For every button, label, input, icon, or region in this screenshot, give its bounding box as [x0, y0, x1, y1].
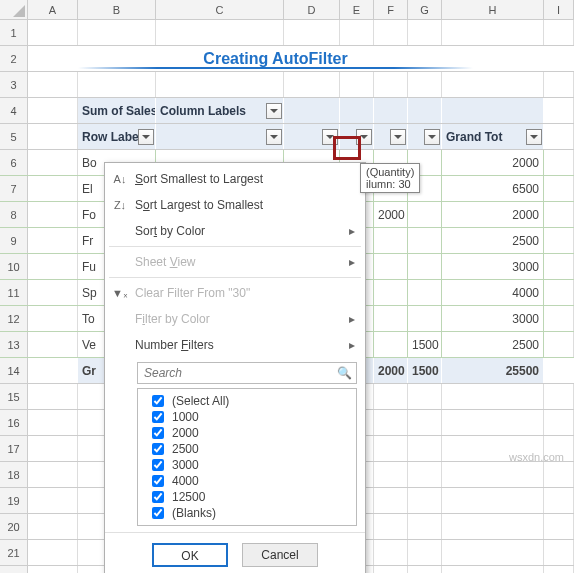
check-3000[interactable]: 3000: [142, 457, 352, 473]
row-3: 3: [0, 72, 574, 98]
row-head-3[interactable]: 3: [0, 72, 28, 97]
row-1: 1: [0, 20, 574, 46]
row-2: 2 Creating AutoFilter: [0, 46, 574, 72]
sort-asc-icon: A↓: [105, 173, 135, 185]
clear-filter-icon: ▼ₓ: [105, 287, 135, 300]
clear-filter-item: ▼ₓ Clear Filter From "30": [105, 280, 365, 306]
sort-desc-item[interactable]: Z↓ Sort Largest to Smallest: [105, 192, 365, 218]
col-val-f: [374, 124, 408, 149]
column-labels-dropdown[interactable]: [266, 103, 282, 119]
row-head-2[interactable]: 2: [0, 46, 28, 71]
tooltip-line2: ilumn: 30: [366, 178, 414, 190]
col-B[interactable]: B: [78, 0, 156, 19]
check-blanks[interactable]: (Blanks): [142, 505, 352, 521]
row-labels-dropdown[interactable]: [138, 129, 154, 145]
row-5: 5 Row Labels Grand Tot: [0, 124, 574, 150]
highlighted-dropdown-outline: [333, 136, 361, 160]
col-val-g: [408, 124, 442, 149]
sort-asc-item[interactable]: A↓ SSort Smallest to Largestort Smallest…: [105, 166, 365, 192]
col-val-c: [156, 124, 284, 149]
grand-total-head: Grand Tot: [442, 124, 544, 149]
check-2000[interactable]: 2000: [142, 425, 352, 441]
search-icon: 🔍: [337, 366, 352, 380]
col-F[interactable]: F: [374, 0, 408, 19]
col-G[interactable]: G: [408, 0, 442, 19]
check-select-all[interactable]: (Select All): [142, 393, 352, 409]
measure-label: Sum of Sales: [78, 98, 156, 123]
col-H[interactable]: H: [442, 0, 544, 19]
select-all-corner[interactable]: [0, 0, 28, 20]
check-2500[interactable]: 2500: [142, 441, 352, 457]
col-I[interactable]: I: [544, 0, 574, 19]
row-4: 4 Sum of Sales Column Labels: [0, 98, 574, 124]
title-underline: [78, 67, 473, 69]
number-filters-item[interactable]: Number Filters: [105, 332, 365, 358]
col-C[interactable]: C: [156, 0, 284, 19]
search-input[interactable]: [142, 365, 337, 381]
row-head-4[interactable]: 4: [0, 98, 28, 123]
col-f-dropdown[interactable]: [390, 129, 406, 145]
row-labels-cell: Row Labels: [78, 124, 156, 149]
check-4000[interactable]: 4000: [142, 473, 352, 489]
col-D[interactable]: D: [284, 0, 340, 19]
grand-total-dropdown[interactable]: [526, 129, 542, 145]
cancel-button[interactable]: Cancel: [242, 543, 318, 567]
row-head-5[interactable]: 5: [0, 124, 28, 149]
col-val-d: [284, 124, 340, 149]
watermark: wsxdn.com: [509, 451, 564, 463]
spreadsheet: A B C D E F G H I 1 2 Creating AutoFilte…: [0, 0, 574, 573]
ok-button[interactable]: OK: [152, 543, 228, 567]
col-A[interactable]: A: [28, 0, 78, 19]
sheet-view-item: Sheet View: [105, 249, 365, 275]
title-cell: Creating AutoFilter: [78, 46, 474, 71]
filter-checklist[interactable]: (Select All) 1000 2000 2500 3000 4000 12…: [137, 388, 357, 526]
column-labels-cell: Column Labels: [156, 98, 284, 123]
filter-by-color-item: Filter by Color: [105, 306, 365, 332]
sort-desc-icon: Z↓: [105, 199, 135, 211]
autofilter-menu: A↓ SSort Smallest to Largestort Smallest…: [104, 162, 366, 573]
col-E[interactable]: E: [340, 0, 374, 19]
column-tooltip: (Quantity) ilumn: 30: [360, 163, 420, 193]
check-12500[interactable]: 12500: [142, 489, 352, 505]
menu-buttons: OK Cancel: [105, 532, 365, 573]
col-c-dropdown[interactable]: [266, 129, 282, 145]
row-head-1[interactable]: 1: [0, 20, 28, 45]
tooltip-line1: (Quantity): [366, 166, 414, 178]
check-1000[interactable]: 1000: [142, 409, 352, 425]
col-g-dropdown[interactable]: [424, 129, 440, 145]
column-headers: A B C D E F G H I: [0, 0, 574, 20]
sort-by-color-item[interactable]: Sort by Color: [105, 218, 365, 244]
search-box[interactable]: 🔍: [137, 362, 357, 384]
